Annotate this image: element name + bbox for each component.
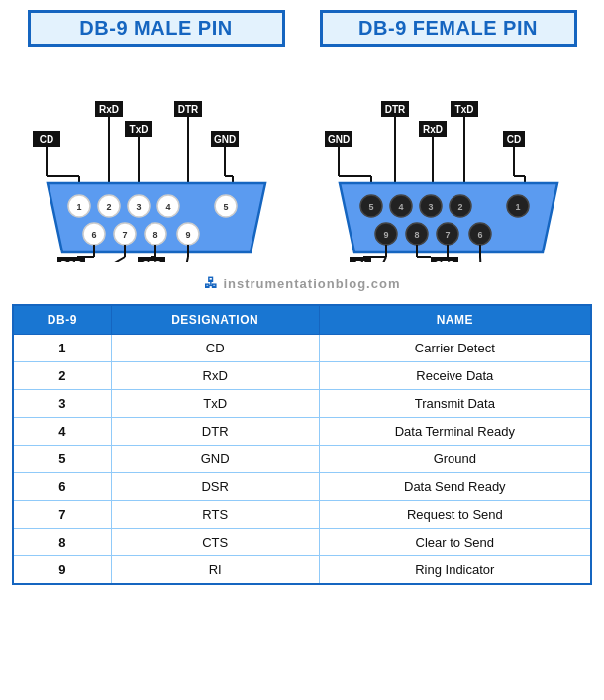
svg-line-51 — [184, 257, 188, 262]
cell-name: Data Terminal Ready — [319, 418, 591, 446]
cell-pin: 6 — [13, 473, 111, 501]
svg-text:CD: CD — [39, 134, 52, 145]
cell-designation: RI — [111, 556, 319, 585]
svg-text:6: 6 — [91, 230, 96, 240]
male-title: DB-9 MALE PIN — [28, 10, 285, 47]
top-section: DB-9 MALE PIN CD RxD DTR TxD GND — [0, 0, 604, 299]
female-title: DB-9 FEMALE PIN — [320, 10, 577, 47]
svg-text:RxD: RxD — [98, 104, 118, 115]
table-row: 4DTRData Terminal Ready — [13, 418, 591, 446]
header-name: NAME — [319, 305, 591, 335]
svg-text:GND: GND — [213, 134, 235, 145]
svg-text:RxD: RxD — [422, 124, 442, 135]
svg-text:5: 5 — [368, 202, 373, 212]
svg-text:8: 8 — [152, 230, 157, 240]
female-diagram: DTR TxD GND RxD CD — [320, 54, 577, 262]
cell-pin: 8 — [13, 529, 111, 556]
table-row: 5GNDGround — [13, 446, 591, 473]
svg-text:2: 2 — [457, 202, 462, 212]
cell-pin: 5 — [13, 446, 111, 473]
svg-text:1: 1 — [515, 202, 520, 212]
svg-line-48 — [94, 257, 125, 262]
svg-text:6: 6 — [477, 230, 482, 240]
cell-designation: CD — [111, 335, 319, 362]
svg-text:2: 2 — [106, 202, 111, 212]
female-connector-block: DB-9 FEMALE PIN DTR TxD GND RxD CD — [320, 10, 577, 266]
svg-text:4: 4 — [398, 202, 403, 212]
table-body: 1CDCarrier Detect2RxDReceive Data3TxDTra… — [13, 335, 591, 585]
cell-designation: RTS — [111, 501, 319, 529]
cell-name: Clear to Send — [319, 529, 591, 556]
table-row: 9RIRing Indicator — [13, 556, 591, 585]
cell-pin: 7 — [13, 501, 111, 529]
cell-designation: DSR — [111, 473, 319, 501]
svg-text:7: 7 — [445, 230, 450, 240]
cell-pin: 2 — [13, 362, 111, 390]
table-row: 2RxDReceive Data — [13, 362, 591, 390]
svg-text:RI: RI — [355, 260, 365, 262]
cell-designation: GND — [111, 446, 319, 473]
male-connector-block: DB-9 MALE PIN CD RxD DTR TxD GND — [28, 10, 285, 266]
table-row: 7RTSRequest to Send — [13, 501, 591, 529]
svg-text:7: 7 — [122, 230, 127, 240]
watermark-text: instrumentationblog.com — [223, 276, 400, 291]
cell-designation: TxD — [111, 390, 319, 418]
watermark-icon: 🖧 — [204, 275, 224, 291]
cell-pin: 9 — [13, 556, 111, 585]
svg-text:4: 4 — [165, 202, 170, 212]
watermark: 🖧 instrumentationblog.com — [0, 271, 604, 299]
cell-pin: 4 — [13, 418, 111, 446]
svg-text:TxD: TxD — [454, 104, 473, 115]
svg-text:GND: GND — [327, 134, 349, 145]
svg-text:TxD: TxD — [129, 124, 148, 135]
svg-text:3: 3 — [136, 202, 141, 212]
cell-name: Receive Data — [319, 362, 591, 390]
svg-text:DSR: DSR — [60, 260, 82, 262]
cell-pin: 1 — [13, 335, 111, 362]
table-row: 3TxDTransmit Data — [13, 390, 591, 418]
cell-pin: 3 — [13, 390, 111, 418]
table-row: 8CTSClear to Send — [13, 529, 591, 556]
svg-text:1: 1 — [76, 202, 81, 212]
svg-line-105 — [480, 257, 481, 262]
svg-text:CTS: CTS — [435, 260, 454, 262]
cell-name: Ring Indicator — [319, 556, 591, 585]
svg-text:DTR: DTR — [384, 104, 405, 115]
cell-name: Carrier Detect — [319, 335, 591, 362]
cell-designation: CTS — [111, 529, 319, 556]
header-db9: DB-9 — [13, 305, 111, 335]
cell-name: Ground — [319, 446, 591, 473]
svg-text:CTS: CTS — [142, 260, 161, 262]
svg-text:DTR: DTR — [177, 104, 198, 115]
cell-name: Transmit Data — [319, 390, 591, 418]
svg-text:9: 9 — [383, 230, 388, 240]
cell-name: Request to Send — [319, 501, 591, 529]
diagram-section: DB-9 MALE PIN CD RxD DTR TxD GND — [0, 0, 604, 271]
male-diagram: CD RxD DTR TxD GND — [28, 54, 285, 262]
svg-text:CD: CD — [506, 134, 520, 145]
cell-designation: RxD — [111, 362, 319, 390]
cell-name: Data Send Ready — [319, 473, 591, 501]
cell-designation: DTR — [111, 418, 319, 446]
header-designation: DESIGNATION — [111, 305, 319, 335]
svg-text:3: 3 — [428, 202, 433, 212]
table-section: DB-9 DESIGNATION NAME 1CDCarrier Detect2… — [0, 299, 604, 600]
pin-table: DB-9 DESIGNATION NAME 1CDCarrier Detect2… — [12, 304, 592, 585]
svg-text:5: 5 — [223, 202, 228, 212]
table-row: 6DSRData Send Ready — [13, 473, 591, 501]
table-row: 1CDCarrier Detect — [13, 335, 591, 362]
svg-text:8: 8 — [414, 230, 419, 240]
table-header-row: DB-9 DESIGNATION NAME — [13, 305, 591, 335]
svg-text:9: 9 — [185, 230, 190, 240]
